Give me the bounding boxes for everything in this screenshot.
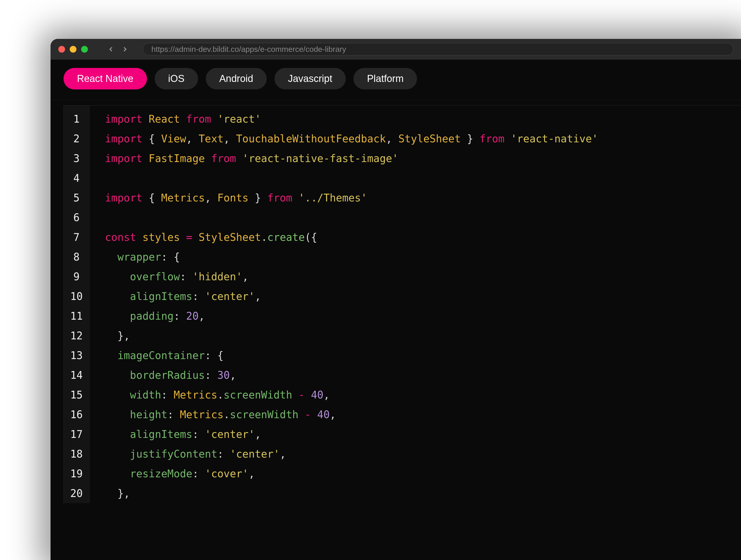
line-number: 7 [64, 227, 89, 247]
back-button[interactable] [107, 45, 115, 53]
line-number: 15 [64, 385, 89, 405]
code-line [105, 208, 741, 227]
url-bar[interactable]: https://admin-dev.bildit.co/apps/e-comme… [143, 43, 733, 56]
code-line: resizeMode: 'cover', [105, 464, 741, 484]
line-number: 5 [64, 188, 89, 208]
line-number: 16 [64, 405, 89, 424]
code-line: imageContainer: { [105, 346, 741, 365]
traffic-lights [58, 46, 88, 53]
code-line: padding: 20, [105, 306, 741, 326]
line-number: 4 [64, 168, 89, 188]
line-number: 10 [64, 287, 89, 306]
code-line: justifyContent: 'center', [105, 444, 741, 464]
code-line: alignItems: 'center', [105, 287, 741, 306]
forward-button[interactable] [121, 45, 129, 53]
titlebar: https://admin-dev.bildit.co/apps/e-comme… [51, 39, 741, 60]
code-line: width: Metrics.screenWidth - 40, [105, 385, 741, 405]
code-line: overflow: 'hidden', [105, 267, 741, 287]
code-line: borderRadius: 30, [105, 365, 741, 385]
tab-android[interactable]: Android [206, 68, 267, 89]
code-line: height: Metrics.screenWidth - 40, [105, 405, 741, 424]
line-number: 2 [64, 129, 89, 148]
code-line: import { View, Text, TouchableWithoutFee… [105, 129, 741, 148]
line-number: 14 [64, 365, 89, 385]
code-line [105, 168, 741, 188]
line-number: 20 [64, 484, 89, 503]
line-number: 3 [64, 148, 89, 168]
tab-react-native[interactable]: React Native [64, 68, 147, 89]
line-number: 6 [64, 208, 89, 227]
close-icon[interactable] [58, 46, 65, 53]
code-line: import { Metrics, Fonts } from '../Theme… [105, 188, 741, 208]
line-number: 8 [64, 247, 89, 267]
code-line: import FastImage from 'react-native-fast… [105, 148, 741, 168]
line-number: 17 [64, 424, 89, 444]
line-number-gutter: 1234567891011121314151617181920 [64, 105, 89, 503]
line-number: 9 [64, 267, 89, 287]
line-number: 11 [64, 306, 89, 326]
code-line: import React from 'react' [105, 109, 741, 129]
minimize-icon[interactable] [70, 46, 76, 53]
line-number: 18 [64, 444, 89, 464]
url-text: https://admin-dev.bildit.co/apps/e-comme… [151, 45, 346, 54]
code-line: }, [105, 326, 741, 346]
nav-arrows [107, 45, 129, 53]
line-number: 13 [64, 346, 89, 365]
line-number: 1 [64, 109, 89, 129]
code-line: }, [105, 484, 741, 503]
code-area[interactable]: import React from 'react'import { View, … [89, 105, 741, 503]
maximize-icon[interactable] [81, 46, 88, 53]
code-line: alignItems: 'center', [105, 424, 741, 444]
code-line: wrapper: { [105, 247, 741, 267]
code-editor: 1234567891011121314151617181920 import R… [51, 100, 741, 503]
line-number: 12 [64, 326, 89, 346]
code-line: const styles = StyleSheet.create({ [105, 227, 741, 247]
tab-ios[interactable]: iOS [155, 68, 198, 89]
tab-javascript[interactable]: Javascript [274, 68, 346, 89]
tabs-row: React NativeiOSAndroidJavascriptPlatform [51, 60, 741, 100]
tab-platform[interactable]: Platform [353, 68, 417, 89]
line-number: 19 [64, 464, 89, 484]
browser-window: https://admin-dev.bildit.co/apps/e-comme… [51, 39, 741, 560]
